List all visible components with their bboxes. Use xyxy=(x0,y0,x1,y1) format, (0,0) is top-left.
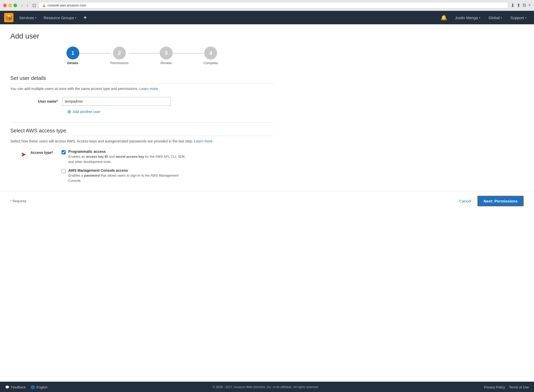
main-content: Add user 1 Details 2 Permissions 3 Revie… xyxy=(0,24,534,382)
set-user-details-title: Set user details xyxy=(10,75,274,84)
globe-icon: 🌐 xyxy=(31,385,35,389)
step-3-circle: 3 xyxy=(160,47,173,59)
services-chevron: ▾ xyxy=(35,16,36,19)
aws-navbar: 📦 Services ▾ Resource Groups ▾ ✦ 🔔 Justi… xyxy=(0,11,534,24)
access-type-learn-more[interactable]: Learn more xyxy=(194,139,213,143)
footer: 💬 Feedback 🌐 English © 2008 - 2017, Amaz… xyxy=(0,382,534,392)
access-type-desc-text: Select how these users will access AWS. … xyxy=(10,139,194,143)
user-menu[interactable]: Justin Menga ▾ xyxy=(451,11,484,24)
step-4-circle: 4 xyxy=(204,47,217,59)
access-key-id-bold: access key ID xyxy=(86,155,108,159)
language-link[interactable]: 🌐 English xyxy=(31,385,48,389)
lock-icon: 🔒 xyxy=(42,4,46,7)
feedback-label: Feedback xyxy=(11,385,26,389)
address-bar[interactable]: 🔒 console.aws.amazon.com xyxy=(39,2,508,9)
url-text: console.aws.amazon.com xyxy=(48,3,86,7)
pin-icon[interactable]: ✦ xyxy=(80,14,90,21)
services-menu[interactable]: Services ▾ xyxy=(16,11,40,24)
add-another-user-link[interactable]: ⊕ Add another user xyxy=(10,109,274,115)
access-type-label: Access type* xyxy=(30,150,56,155)
username-label: User name* xyxy=(26,99,62,103)
share-icon[interactable]: ⬆ xyxy=(517,3,521,8)
forward-button[interactable]: › xyxy=(25,3,29,8)
resource-groups-label: Resource Groups xyxy=(44,16,74,20)
close-button[interactable] xyxy=(3,4,7,7)
username-row: User name* xyxy=(10,97,274,106)
browser-chrome: ‹ › ⊡ 🔒 console.aws.amazon.com ⬇ ⬆ ⧉ + xyxy=(0,0,534,11)
set-user-details-learn-more[interactable]: Learn more xyxy=(139,87,158,91)
aws-logo[interactable]: 📦 xyxy=(4,13,13,22)
region-chevron: ▾ xyxy=(501,16,502,19)
set-user-details-desc-text: You can add multiple users at once with … xyxy=(10,87,139,91)
footer-left: 💬 Feedback 🌐 English xyxy=(5,385,48,389)
tab-icon[interactable]: ⧉ xyxy=(523,3,526,8)
maximize-button[interactable] xyxy=(13,4,17,7)
step-1: 1 Details xyxy=(66,47,79,65)
arrow-icon: ➤ xyxy=(21,150,26,159)
checkboxes-col: Programmatic access Enables an access ke… xyxy=(62,149,186,183)
step-2-circle: 2 xyxy=(113,47,126,59)
console-access-title: AWS Management Console access xyxy=(68,168,179,172)
username-input[interactable] xyxy=(62,97,171,106)
programmatic-access-checkbox[interactable] xyxy=(62,150,66,154)
step-connector-2-3 xyxy=(129,53,160,54)
chat-icon: 💬 xyxy=(5,385,9,389)
support-menu[interactable]: Support ▾ xyxy=(507,11,530,24)
stepper: 1 Details 2 Permissions 3 Review 4 Compl… xyxy=(10,47,274,65)
console-access-row: AWS Management Console access Enables a … xyxy=(62,168,186,183)
set-user-details-desc: You can add multiple users at once with … xyxy=(10,87,274,91)
step-connector-3-4 xyxy=(173,53,204,54)
next-permissions-button[interactable]: Next: Permissions xyxy=(477,196,524,206)
secret-access-key-bold: secret access key xyxy=(116,155,144,159)
footer-right: Privacy Policy Terms of Use xyxy=(484,385,529,389)
support-chevron: ▾ xyxy=(525,16,526,19)
add-another-user-label: Add another user xyxy=(73,110,100,114)
bottom-actions: Cancel Next: Permissions xyxy=(456,196,524,206)
privacy-policy-link[interactable]: Privacy Policy xyxy=(484,385,505,389)
download-icon[interactable]: ⬇ xyxy=(511,3,515,8)
region-label: Global xyxy=(489,16,500,20)
section-separator-1 xyxy=(10,122,274,123)
console-access-text: AWS Management Console access Enables a … xyxy=(68,168,179,183)
footer-copyright: © 2008 - 2017, Amazon Web Services, Inc.… xyxy=(212,385,319,389)
password-bold: password xyxy=(84,174,100,177)
user-chevron: ▾ xyxy=(479,16,480,19)
step-4: 4 Complete xyxy=(204,47,218,65)
step-connector-1-2 xyxy=(79,53,110,54)
access-type-title: Select AWS access type xyxy=(10,128,274,136)
console-access-desc: Enables a password that allows users to … xyxy=(68,173,179,183)
support-label: Support xyxy=(510,16,524,20)
region-menu[interactable]: Global ▾ xyxy=(485,11,506,24)
browser-navigation: ‹ › xyxy=(20,3,30,8)
access-type-row: ➤ Access type* Programmatic access Enabl… xyxy=(10,149,274,183)
feedback-link[interactable]: 💬 Feedback xyxy=(5,385,26,389)
step-2: 2 Permissions xyxy=(110,47,129,65)
nav-right: 🔔 Justin Menga ▾ Global ▾ Support ▾ xyxy=(438,11,530,24)
notifications-icon[interactable]: 🔔 xyxy=(438,14,450,21)
more-icon[interactable]: + xyxy=(528,3,531,8)
browser-actions: ⬇ ⬆ ⧉ + xyxy=(511,3,531,8)
programmatic-access-title: Programmatic access xyxy=(68,149,186,154)
resource-groups-chevron: ▾ xyxy=(75,16,76,19)
plus-circle-icon: ⊕ xyxy=(67,109,71,115)
aws-logo-icon: 📦 xyxy=(5,14,12,21)
cancel-button[interactable]: Cancel xyxy=(456,197,474,205)
services-label: Services xyxy=(19,16,34,20)
programmatic-access-row: Programmatic access Enables an access ke… xyxy=(62,149,186,164)
programmatic-access-text: Programmatic access Enables an access ke… xyxy=(68,149,186,164)
console-access-checkbox[interactable] xyxy=(62,169,66,173)
window-controls xyxy=(3,4,17,7)
resource-groups-menu[interactable]: Resource Groups ▾ xyxy=(40,11,80,24)
back-button[interactable]: ‹ xyxy=(20,3,24,8)
user-name: Justin Menga xyxy=(455,16,478,20)
access-type-desc: Select how these users will access AWS. … xyxy=(10,139,274,143)
minimize-button[interactable] xyxy=(8,4,12,7)
programmatic-access-desc: Enables an access key ID and secret acce… xyxy=(68,154,186,164)
step-2-label: Permissions xyxy=(110,61,129,65)
page-container: Add user 1 Details 2 Permissions 3 Revie… xyxy=(0,24,284,191)
english-label: English xyxy=(36,385,48,389)
sidebar-toggle-button[interactable]: ⊡ xyxy=(32,3,36,8)
terms-of-use-link[interactable]: Terms of Use xyxy=(509,385,529,389)
required-note: * Required xyxy=(10,199,26,203)
bottom-action-bar: * Required Cancel Next: Permissions xyxy=(0,191,534,211)
